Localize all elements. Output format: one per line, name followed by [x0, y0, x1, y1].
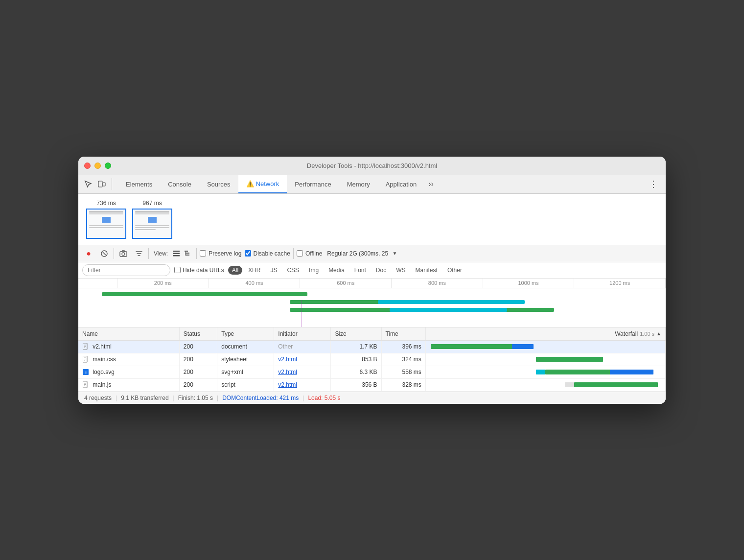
ruler-mark-2: 400 ms [209, 279, 301, 288]
cell-type: stylesheet [217, 353, 274, 366]
device-toggle-button[interactable] [96, 178, 108, 190]
screenshot-thumb-1[interactable] [86, 209, 126, 239]
chip-other[interactable]: Other [443, 266, 466, 275]
load-time: Load: 5.05 s [308, 395, 340, 401]
transferred-size: 9.1 KB transferred [121, 395, 168, 401]
chip-all[interactable]: All [228, 266, 242, 275]
svg-rect-9 [185, 251, 188, 252]
tabs: Elements Console Sources ⚠️ Network Perf… [118, 175, 645, 193]
inspect-element-button[interactable] [82, 178, 94, 190]
th-name[interactable]: Name [78, 327, 179, 341]
chip-css[interactable]: CSS [283, 266, 303, 275]
chip-img[interactable]: Img [305, 266, 323, 275]
chip-media[interactable]: Media [325, 266, 349, 275]
cell-size: 1.7 KB [331, 340, 381, 353]
dom-content-loaded: DOMContentLoaded: 421 ms [222, 395, 299, 401]
th-type[interactable]: Type [217, 327, 274, 341]
offline-checkbox[interactable] [297, 250, 303, 257]
th-initiator[interactable]: Initiator [274, 327, 331, 341]
disable-cache-checkbox[interactable] [245, 250, 251, 257]
chip-ws[interactable]: WS [392, 266, 409, 275]
filter-button[interactable] [133, 247, 145, 260]
filter-chips: All XHR JS CSS Img Media Font Doc WS Man… [228, 266, 466, 275]
tab-application[interactable]: Application [378, 175, 425, 193]
timeline-bar-teal-3 [390, 308, 507, 312]
svg-rect-11 [186, 255, 189, 256]
timeline-area[interactable]: 200 ms 400 ms 600 ms 800 ms 1000 ms 1200… [78, 279, 666, 327]
toolbar-divider-1 [114, 248, 114, 259]
ruler-mark-4: 800 ms [392, 279, 483, 288]
svg-file-icon: S [82, 369, 89, 375]
maximize-button[interactable] [105, 163, 111, 169]
svg-rect-8 [173, 255, 180, 257]
network-table[interactable]: Name Status Type Initiator Size [78, 327, 666, 392]
close-button[interactable] [84, 163, 91, 169]
tab-sources[interactable]: Sources [199, 175, 238, 193]
chip-manifest[interactable]: Manifest [412, 266, 442, 275]
chip-doc[interactable]: Doc [372, 266, 390, 275]
tab-console[interactable]: Console [160, 175, 199, 193]
cell-time: 558 ms [381, 366, 425, 378]
throttle-select[interactable]: Regular 2G (300ms, 25 No throttling Fast… [325, 249, 398, 258]
filter-input[interactable] [82, 264, 170, 276]
cell-name: S logo.svg [78, 366, 179, 378]
table-row[interactable]: main.js 200 script v2.html 356 B 328 ms [78, 378, 666, 391]
list-view-button[interactable] [171, 248, 182, 259]
camera-button[interactable] [117, 247, 130, 260]
cell-type: script [217, 378, 274, 391]
minimize-button[interactable] [94, 163, 101, 169]
cell-status: 200 [179, 353, 217, 366]
th-size[interactable]: Size [331, 327, 381, 341]
screenshot-item-1[interactable]: 736 ms [86, 200, 126, 239]
requests-table: Name Status Type Initiator Size [78, 327, 666, 392]
chip-js[interactable]: JS [266, 266, 281, 275]
th-status[interactable]: Status [179, 327, 217, 341]
svg-rect-6 [173, 251, 180, 252]
record-button[interactable]: ● [82, 247, 95, 260]
timeline-bar-teal-2 [378, 300, 525, 304]
tree-view-button[interactable] [183, 248, 193, 259]
throttle-wrapper[interactable]: Regular 2G (300ms, 25 No throttling Fast… [325, 249, 398, 258]
timeline-bars [78, 289, 666, 327]
window-title: Developer Tools - http://localhost:3000/… [307, 162, 437, 169]
tab-divider-1 [112, 178, 112, 190]
svg-line-3 [103, 252, 106, 255]
requests-count: 4 requests [84, 395, 112, 401]
tab-memory[interactable]: Memory [339, 175, 378, 193]
cell-name: v2.html [78, 340, 179, 353]
table-header-row: Name Status Type Initiator Size [78, 327, 666, 341]
clear-button[interactable] [98, 247, 111, 260]
view-label: View: [154, 250, 168, 257]
ruler-mark-6: 1200 ms [574, 279, 666, 288]
offline-label[interactable]: Offline [297, 250, 322, 257]
doc-icon [82, 343, 89, 350]
table-row[interactable]: S logo.svg 200 svg+xml v2.html 6.3 KB 55… [78, 366, 666, 378]
cell-time: 328 ms [381, 378, 425, 391]
table-row[interactable]: v2.html 200 document Other 1.7 KB 396 ms [78, 340, 666, 353]
disable-cache-label[interactable]: Disable cache [245, 250, 290, 257]
cell-initiator: Other [274, 340, 331, 353]
cell-waterfall [425, 353, 665, 366]
chip-xhr[interactable]: XHR [244, 266, 264, 275]
th-waterfall[interactable]: Waterfall 1.00 s ▲ [425, 327, 665, 341]
tab-bar: Elements Console Sources ⚠️ Network Perf… [78, 175, 666, 194]
hide-data-urls-checkbox[interactable] [174, 267, 181, 273]
toolbar-divider-3 [196, 248, 197, 259]
th-time[interactable]: Time [381, 327, 425, 341]
cell-status: 200 [179, 378, 217, 391]
devtools-settings-button[interactable]: ⋮ [645, 175, 662, 193]
tab-performance[interactable]: Performance [287, 175, 339, 193]
tab-elements[interactable]: Elements [118, 175, 160, 193]
timeline-bar-green-1 [102, 292, 307, 296]
preserve-log-checkbox[interactable] [200, 250, 206, 257]
screenshot-item-2[interactable]: 967 ms [132, 200, 172, 239]
tab-network[interactable]: ⚠️ Network [238, 175, 287, 193]
chip-font[interactable]: Font [350, 266, 370, 275]
toolbar-divider-4 [293, 248, 294, 259]
table-row[interactable]: main.css 200 stylesheet v2.html 853 B 32… [78, 353, 666, 366]
more-tabs-button[interactable]: ›› [424, 175, 438, 193]
preserve-log-label[interactable]: Preserve log [200, 250, 241, 257]
sep-1: | [116, 395, 117, 401]
hide-data-urls-label[interactable]: Hide data URLs [174, 267, 224, 274]
screenshot-thumb-2[interactable] [132, 209, 172, 239]
